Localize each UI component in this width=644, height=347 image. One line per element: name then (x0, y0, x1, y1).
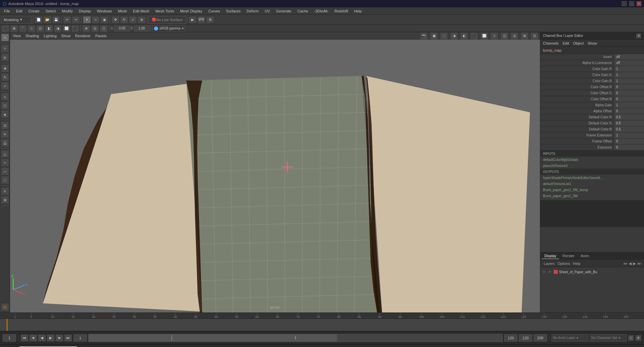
channel-color-offset-b[interactable]: Color Offset B 0 (540, 96, 644, 102)
menu-file[interactable]: File (1, 8, 13, 14)
next-frame-button[interactable]: |▶ (55, 334, 63, 342)
skip-to-start-button[interactable]: ⏮ (20, 334, 29, 342)
vp-shadow-btn[interactable]: ◎ (510, 32, 518, 40)
menu-help[interactable]: Help (351, 8, 364, 14)
modeling-dropdown[interactable]: Modeling ▾ (1, 16, 32, 23)
extra-button-1[interactable]: ≡ (1, 187, 9, 195)
output-hypershade[interactable]: hyperShadePrimaryNodeEditorSavedt... (540, 175, 644, 181)
output-burnt-bump[interactable]: Burnt_paper_geo2_SM_bump (540, 187, 644, 193)
edit-menu[interactable]: Edit (562, 41, 569, 45)
scale-button[interactable]: ⤢ (1, 82, 9, 90)
camera-select-button[interactable]: ⬛ (1, 25, 9, 32)
edge-button[interactable]: — (1, 167, 9, 175)
camera-tool-button[interactable]: ⊡ (1, 121, 9, 129)
vp-pts-btn[interactable]: ⊹ (490, 32, 498, 40)
output-burnt-sm[interactable]: Burnt_paper_geo2_SM (540, 193, 644, 199)
menu-edit-mesh[interactable]: Edit Mesh (130, 8, 152, 14)
panels-menu[interactable]: Panels (94, 34, 108, 38)
channel-default-color-g[interactable]: Default Color G 0.5 (540, 120, 644, 126)
menu-surfaces[interactable]: Surfaces (224, 8, 243, 14)
menu-generate[interactable]: Generate (273, 8, 294, 14)
nav-next-button[interactable]: ▶ (633, 261, 636, 266)
scale-tool-button[interactable]: ⤢ (129, 16, 137, 23)
channel-color-offset-r[interactable]: Color Offset R 0 (540, 84, 644, 90)
channel-alpha-luminance[interactable]: Alpha Is Luminance off (540, 60, 644, 66)
layer-color-swatch[interactable] (554, 270, 558, 274)
lighting-menu[interactable]: Lighting (42, 34, 58, 38)
menu-3dtoall[interactable]: -3DtoAll- (311, 8, 331, 14)
rotate-button[interactable]: ↻ (1, 73, 9, 81)
character-set-select[interactable]: No Character Set ▾ (590, 334, 627, 342)
snap-view-button[interactable]: ⊡ (36, 25, 44, 32)
play-forward-button[interactable]: ▶ (47, 334, 55, 342)
lasso-tool-button[interactable]: ⌗ (1, 45, 9, 53)
value-a-display[interactable]: 0.00 (114, 25, 130, 32)
paint-tool-button[interactable]: ◎ (1, 53, 9, 61)
sym-button[interactable]: ⬡ (100, 25, 108, 32)
layer-playback-toggle[interactable]: P (548, 270, 552, 274)
channel-color-gain-b[interactable]: Color Gain B 1 (540, 78, 644, 84)
channels-menu[interactable]: Channels (543, 41, 558, 45)
menu-curves[interactable]: Curves (206, 8, 223, 14)
snap-point-button[interactable]: ⊹ (28, 25, 36, 32)
char-set-icon-btn[interactable]: ⬡ (628, 335, 634, 341)
render-button[interactable]: ▶ (189, 16, 197, 23)
curve-tool-button[interactable]: ∿ (1, 93, 9, 101)
skip-to-end-button[interactable]: ⏭ (64, 334, 72, 342)
snap-curve-button[interactable]: ⌒ (19, 25, 27, 32)
open-scene-button[interactable]: 📂 (43, 16, 51, 23)
menu-modify[interactable]: Modify (59, 8, 75, 14)
polygon-button[interactable]: △ (1, 150, 9, 158)
rotate-tool-button[interactable]: ↻ (120, 16, 128, 23)
wireframe-button[interactable]: ⬜ (62, 25, 70, 32)
input-place2d[interactable]: place2dTexture3 (540, 163, 644, 169)
vp-grid-btn[interactable]: ⊞ (521, 32, 529, 40)
menu-mesh-tools[interactable]: Mesh Tools (153, 8, 177, 14)
play-back-button[interactable]: ◀ (38, 334, 46, 342)
channel-frame-extension[interactable]: Frame Extension 1 (540, 132, 644, 138)
help-menu[interactable]: Help (572, 262, 581, 266)
title-bar-controls[interactable]: ─ □ ✕ (622, 1, 641, 6)
layers-menu[interactable]: Layers (543, 262, 555, 266)
snap-grid-button[interactable]: ⊞ (10, 25, 18, 32)
new-scene-button[interactable]: 📄 (35, 16, 43, 23)
output-default-texture[interactable]: defaultTextureList1 (540, 181, 644, 187)
anim-layer-select[interactable]: No Anim Layer ▾ (551, 334, 588, 342)
live-surface-button[interactable]: 🔴 No Live Surface (149, 16, 186, 23)
extra-button-2[interactable]: ⊞ (1, 196, 9, 204)
ipr-button[interactable]: IPR (197, 16, 205, 23)
menu-select[interactable]: Select (43, 8, 59, 14)
menu-windows[interactable]: Windows (94, 8, 115, 14)
tab-anim[interactable]: Anim (578, 253, 592, 259)
anim-extra-btn[interactable]: ⚙ (635, 335, 641, 341)
object-menu[interactable]: Object (573, 41, 584, 45)
vp-wireframe-btn[interactable]: ⬜ (480, 32, 488, 40)
move-button[interactable]: ✥ (1, 64, 9, 72)
menu-mesh[interactable]: Mesh (115, 8, 130, 14)
surface-tool-button[interactable]: ⬡ (1, 102, 9, 110)
value-b-display[interactable]: 1.00 (134, 25, 149, 32)
current-frame-input[interactable] (3, 334, 16, 342)
prev-frame-button[interactable]: ◀| (29, 334, 37, 342)
channel-frame-offset[interactable]: Frame Offset 0 (540, 138, 644, 144)
menu-create[interactable]: Create (26, 8, 42, 14)
maximize-button[interactable]: □ (629, 1, 634, 6)
redo-button[interactable]: ↪ (72, 16, 80, 23)
shading-menu[interactable]: Shading (24, 34, 40, 38)
manipulator-button[interactable]: ⊕ (82, 25, 90, 32)
move-tool-button[interactable]: ✥ (111, 16, 119, 23)
maya-icon-button[interactable]: M (1, 303, 9, 311)
menu-deform[interactable]: Deform (244, 8, 261, 14)
render-settings-button[interactable]: ⚙ (206, 16, 214, 23)
select-mode-button[interactable]: ✦ (83, 16, 91, 23)
timeline-track[interactable] (0, 319, 644, 331)
show-menu[interactable]: Show (60, 34, 72, 38)
nav-prev-button[interactable]: ◀ (629, 261, 632, 266)
vp-display-2[interactable]: ⬚ (440, 32, 448, 40)
constraint-button[interactable]: ⚓ (1, 139, 9, 147)
solid-button[interactable]: ⬛ (71, 25, 79, 32)
frame-max-input[interactable] (534, 334, 547, 342)
layer-visibility-toggle[interactable]: V (542, 270, 546, 274)
tab-display[interactable]: Display (542, 253, 559, 259)
input-defaultcolor[interactable]: defaultColorMgtGlobals (540, 157, 644, 163)
